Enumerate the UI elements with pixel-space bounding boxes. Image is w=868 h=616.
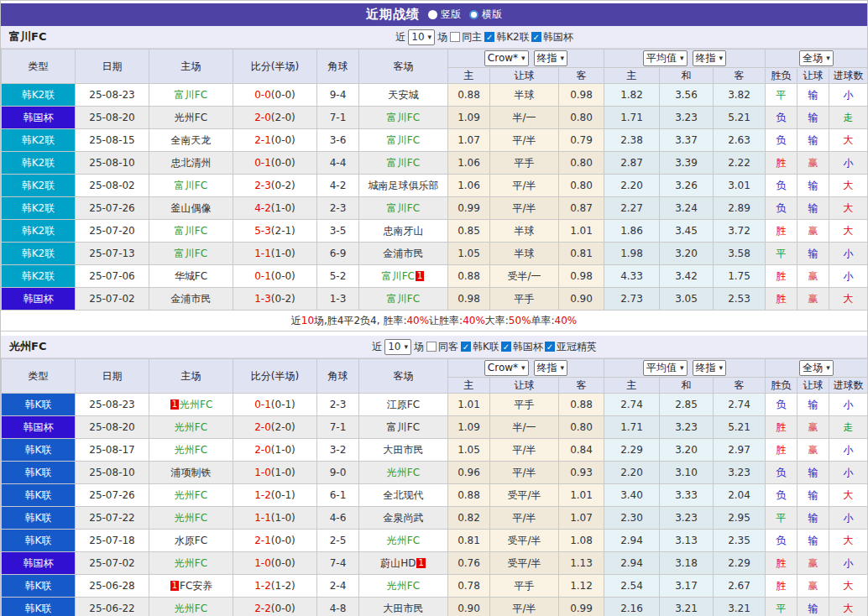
- goals-result-cell: 大: [829, 484, 868, 507]
- result-cell: 平: [766, 243, 797, 265]
- avg-home-cell: 2.20: [604, 175, 660, 197]
- league-cell: 韩K2联: [2, 175, 76, 197]
- league-filter-checkbox[interactable]: ✓韩国杯: [501, 340, 543, 354]
- goals-result-cell: 小: [829, 152, 868, 175]
- odds-away-cell: 1.01: [559, 484, 604, 507]
- avg-stage-select[interactable]: 终指▾: [693, 360, 727, 376]
- scope-select[interactable]: 全场▾: [799, 50, 834, 66]
- avg-away-cell: 5.21: [714, 107, 766, 129]
- result-cell: 胜: [766, 439, 797, 462]
- score-cell: 2-1(0-0): [233, 129, 317, 152]
- match-count-select[interactable]: 10 ▾: [384, 339, 411, 355]
- goals-result-cell: 大: [829, 220, 868, 243]
- avg-away-cell: 2.53: [714, 288, 766, 311]
- odds-stage-select[interactable]: 终指▾: [534, 50, 568, 66]
- odds-stage-select[interactable]: 终指▾: [534, 360, 568, 376]
- league-cell: 韩国杯: [2, 416, 76, 439]
- score-cell: 2-0(2-0): [233, 416, 317, 439]
- sub-away: 客: [559, 378, 604, 394]
- date-cell: 25-08-10: [76, 152, 149, 175]
- matches-table-gwangju: 类型 日期 主场 比分(半场) 角球 客场 Crow*▾ 终指▾ 平均值▾ 终指…: [1, 358, 868, 616]
- sub-avg-draw: 和: [660, 68, 714, 84]
- avg-home-cell: 2.87: [604, 152, 660, 175]
- avg-group-header: 平均值▾ 终指▾: [604, 50, 766, 68]
- home-team-cell: 金浦市民: [149, 288, 233, 311]
- match-row: 韩国杯25-07-02金浦市民1-3(0-2)1-3富川FC0.98平手0.90…: [2, 288, 868, 311]
- radio-horizontal-layout[interactable]: 横版: [469, 8, 502, 22]
- handicap-result-cell: 赢: [797, 265, 829, 288]
- summary-row: 近10场,胜4平2负4, 胜率:40% 让胜率:40% 大率:50% 单率:40…: [1, 311, 867, 331]
- odds-home-cell: 1.07: [448, 129, 490, 152]
- chevron-down-icon: ▾: [826, 51, 830, 65]
- away-team-cell: 富川FC: [359, 152, 448, 175]
- avg-away-cell: 2.63: [714, 129, 766, 152]
- league-filter-checkbox[interactable]: ✓韩K2联: [484, 30, 530, 44]
- league-cell: 韩K2联: [2, 220, 76, 243]
- odds-away-cell: 1.13: [559, 552, 604, 575]
- date-cell: 25-07-26: [76, 197, 149, 220]
- corner-cell: 3-5: [317, 220, 359, 243]
- odds-home-cell: 1.06: [448, 152, 490, 175]
- league-filter-checkbox[interactable]: ✓韩国杯: [531, 30, 573, 44]
- checkbox-icon: ✓: [531, 32, 541, 42]
- match-count-select[interactable]: 10 ▾: [408, 29, 435, 45]
- odds-away-cell: 0.88: [559, 394, 604, 416]
- odds-company-select[interactable]: Crow*▾: [484, 50, 529, 66]
- radio-vertical-layout[interactable]: 竖版: [428, 8, 461, 22]
- scope-select[interactable]: 全场▾: [799, 360, 834, 376]
- odds-company-select[interactable]: Crow*▾: [484, 360, 529, 376]
- home-team-cell: 釜山偶像: [149, 197, 233, 220]
- odds-handicap-cell: 平手: [490, 152, 559, 175]
- avg-type-select[interactable]: 平均值▾: [643, 50, 688, 66]
- avg-stage-select[interactable]: 终指▾: [693, 50, 727, 66]
- corner-cell: 7-4: [317, 552, 359, 575]
- league-filter-checkbox[interactable]: ✓韩K联: [461, 340, 499, 354]
- league-filter-checkbox[interactable]: ✓亚冠精英: [545, 340, 597, 354]
- same-home-checkbox[interactable]: 同主: [450, 30, 482, 44]
- league-cell: 韩K联: [2, 575, 76, 598]
- odds-handicap-cell: 平手: [490, 575, 559, 598]
- league-filter-group: ✓韩K2联✓韩国杯: [484, 30, 573, 44]
- col-home: 主场: [149, 359, 233, 394]
- league-cell: 韩K2联: [2, 265, 76, 288]
- sub-avg-away: 客: [714, 378, 766, 394]
- chevron-down-icon: ▾: [680, 51, 684, 65]
- handicap-result-cell: 输: [797, 84, 829, 107]
- score-cell: 2-0(2-0): [233, 107, 317, 129]
- home-team-cell: 光州FC: [149, 107, 233, 129]
- avg-away-cell: 2.97: [714, 439, 766, 462]
- chevron-down-icon: ▾: [404, 340, 408, 354]
- score-cell: 0-1(0-1): [233, 394, 317, 416]
- avg-home-cell: 2.20: [604, 462, 660, 484]
- league-cell: 韩K联: [2, 484, 76, 507]
- goals-result-cell: 小: [829, 265, 868, 288]
- avg-away-cell: 2.74: [714, 394, 766, 416]
- home-team-cell: 光州FC: [149, 552, 233, 575]
- corner-cell: 7-1: [317, 416, 359, 439]
- radio-vertical-label: 竖版: [441, 8, 461, 22]
- league-cell: 韩K2联: [2, 197, 76, 220]
- result-cell: 负: [766, 530, 797, 552]
- result-cell: 负: [766, 462, 797, 484]
- home-team-cell: 水原FC: [149, 530, 233, 552]
- avg-away-cell: 2.89: [714, 197, 766, 220]
- score-cell: 1-0(0-0): [233, 552, 317, 575]
- odds-home-cell: 1.05: [448, 243, 490, 265]
- away-team-cell: 富川FC: [359, 197, 448, 220]
- summary-segment: 单率:: [531, 314, 555, 328]
- corner-cell: 2-4: [317, 575, 359, 598]
- avg-draw-cell: 3.45: [660, 220, 714, 243]
- result-cell: 负: [766, 197, 797, 220]
- same-away-checkbox[interactable]: 同客: [426, 340, 458, 354]
- away-team-cell: 富川FC: [359, 129, 448, 152]
- same-away-label: 同客: [438, 340, 458, 354]
- handicap-result-cell: 输: [797, 197, 829, 220]
- league-filter-label: 韩国杯: [513, 340, 543, 354]
- avg-type-select[interactable]: 平均值▾: [643, 360, 688, 376]
- col-date: 日期: [76, 359, 149, 394]
- result-cell: 胜: [766, 265, 797, 288]
- odds-away-cell: 0.79: [559, 129, 604, 152]
- col-away: 客场: [359, 50, 448, 84]
- avg-away-cell: 2.29: [714, 552, 766, 575]
- odds-away-cell: 0.81: [559, 243, 604, 265]
